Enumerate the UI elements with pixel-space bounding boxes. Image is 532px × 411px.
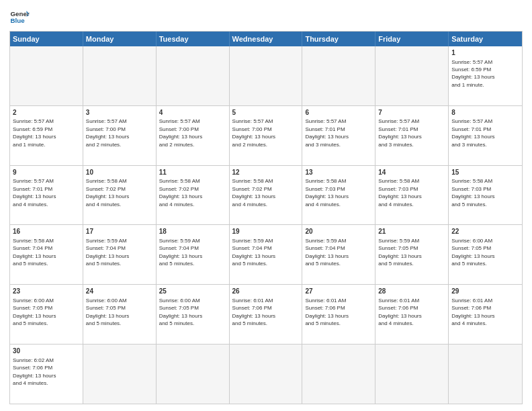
calendar-cell (375, 345, 449, 404)
day-number: 9 (13, 168, 80, 177)
calendar-cell (230, 46, 303, 105)
day-number: 2 (13, 108, 80, 118)
calendar-row: 1Sunrise: 5:57 AM Sunset: 6:59 PM Daylig… (10, 46, 522, 105)
sun-info: Sunrise: 5:59 AM Sunset: 7:04 PM Dayligh… (159, 238, 202, 267)
calendar-cell: 29Sunrise: 6:01 AM Sunset: 7:06 PM Dayli… (449, 285, 522, 344)
sun-info: Sunrise: 5:57 AM Sunset: 7:00 PM Dayligh… (232, 118, 275, 147)
calendar-cell: 10Sunrise: 5:58 AM Sunset: 7:02 PM Dayli… (83, 166, 157, 225)
sun-info: Sunrise: 6:00 AM Sunset: 7:05 PM Dayligh… (159, 298, 202, 326)
sun-info: Sunrise: 6:01 AM Sunset: 7:06 PM Dayligh… (378, 298, 421, 326)
sun-info: Sunrise: 6:01 AM Sunset: 7:06 PM Dayligh… (232, 298, 275, 326)
calendar-cell: 5Sunrise: 5:57 AM Sunset: 7:00 PM Daylig… (230, 106, 303, 165)
calendar-cell: 12Sunrise: 5:58 AM Sunset: 7:02 PM Dayli… (230, 166, 303, 225)
sun-info: Sunrise: 6:02 AM Sunset: 7:06 PM Dayligh… (13, 357, 56, 386)
calendar-cell: 23Sunrise: 6:00 AM Sunset: 7:05 PM Dayli… (10, 285, 83, 344)
logo: General Blue (9, 7, 32, 27)
sun-info: Sunrise: 5:59 AM Sunset: 7:04 PM Dayligh… (305, 238, 348, 267)
sun-info: Sunrise: 5:59 AM Sunset: 7:04 PM Dayligh… (86, 238, 129, 267)
sun-info: Sunrise: 5:57 AM Sunset: 7:01 PM Dayligh… (378, 118, 421, 147)
day-number: 11 (159, 168, 226, 177)
calendar-cell: 25Sunrise: 6:00 AM Sunset: 7:05 PM Dayli… (157, 285, 230, 344)
day-number: 5 (232, 108, 300, 118)
header: General Blue (9, 7, 523, 27)
calendar-cell: 6Sunrise: 5:57 AM Sunset: 7:01 PM Daylig… (302, 106, 375, 165)
calendar-cell (302, 345, 375, 404)
calendar-cell: 17Sunrise: 5:59 AM Sunset: 7:04 PM Dayli… (83, 225, 157, 284)
calendar-cell (83, 345, 157, 404)
calendar-cell: 28Sunrise: 6:01 AM Sunset: 7:06 PM Dayli… (375, 285, 449, 344)
day-number: 21 (378, 227, 445, 236)
calendar-cell (375, 46, 449, 105)
day-header-friday: Friday (375, 32, 449, 46)
sun-info: Sunrise: 6:00 AM Sunset: 7:05 PM Dayligh… (451, 238, 494, 267)
day-number: 14 (378, 168, 445, 177)
sun-info: Sunrise: 5:58 AM Sunset: 7:02 PM Dayligh… (232, 178, 275, 207)
calendar-cell (230, 345, 303, 404)
calendar-cell (10, 46, 83, 105)
day-number: 20 (305, 227, 372, 236)
logo-icon: General Blue (9, 7, 30, 27)
page: General Blue SundayMondayTuesdayWednesda… (0, 0, 532, 411)
day-number: 16 (13, 227, 80, 236)
day-header-sunday: Sunday (10, 32, 83, 46)
calendar-cell: 19Sunrise: 5:59 AM Sunset: 7:04 PM Dayli… (230, 225, 303, 284)
calendar: SundayMondayTuesdayWednesdayThursdayFrid… (9, 31, 523, 404)
sun-info: Sunrise: 6:00 AM Sunset: 7:05 PM Dayligh… (86, 298, 129, 326)
day-number: 8 (451, 108, 519, 118)
calendar-cell: 20Sunrise: 5:59 AM Sunset: 7:04 PM Dayli… (302, 225, 375, 284)
day-number: 26 (232, 287, 300, 296)
calendar-body: 1Sunrise: 5:57 AM Sunset: 6:59 PM Daylig… (10, 46, 522, 404)
calendar-cell: 8Sunrise: 5:57 AM Sunset: 7:01 PM Daylig… (449, 106, 522, 165)
calendar-cell: 24Sunrise: 6:00 AM Sunset: 7:05 PM Dayli… (83, 285, 157, 344)
day-number: 29 (451, 287, 519, 296)
calendar-row: 23Sunrise: 6:00 AM Sunset: 7:05 PM Dayli… (10, 284, 522, 344)
calendar-cell (157, 46, 230, 105)
sun-info: Sunrise: 5:57 AM Sunset: 7:00 PM Dayligh… (86, 118, 129, 147)
sun-info: Sunrise: 5:57 AM Sunset: 6:59 PM Dayligh… (451, 59, 494, 88)
calendar-header: SundayMondayTuesdayWednesdayThursdayFrid… (10, 32, 522, 46)
calendar-cell (302, 46, 375, 105)
day-number: 19 (232, 227, 300, 236)
day-number: 13 (305, 168, 372, 177)
sun-info: Sunrise: 5:57 AM Sunset: 7:01 PM Dayligh… (13, 178, 56, 207)
sun-info: Sunrise: 5:58 AM Sunset: 7:03 PM Dayligh… (378, 178, 421, 207)
calendar-cell: 13Sunrise: 5:58 AM Sunset: 7:03 PM Dayli… (302, 166, 375, 225)
day-number: 23 (13, 287, 80, 296)
calendar-cell: 16Sunrise: 5:58 AM Sunset: 7:04 PM Dayli… (10, 225, 83, 284)
calendar-cell: 7Sunrise: 5:57 AM Sunset: 7:01 PM Daylig… (375, 106, 449, 165)
calendar-cell: 21Sunrise: 5:59 AM Sunset: 7:05 PM Dayli… (375, 225, 449, 284)
day-number: 18 (159, 227, 226, 236)
calendar-row: 30Sunrise: 6:02 AM Sunset: 7:06 PM Dayli… (10, 344, 522, 404)
day-number: 10 (86, 168, 153, 177)
calendar-row: 16Sunrise: 5:58 AM Sunset: 7:04 PM Dayli… (10, 224, 522, 284)
sun-info: Sunrise: 5:59 AM Sunset: 7:04 PM Dayligh… (232, 238, 275, 267)
svg-text:Blue: Blue (11, 17, 26, 24)
calendar-cell: 15Sunrise: 5:58 AM Sunset: 7:03 PM Dayli… (449, 166, 522, 225)
sun-info: Sunrise: 5:58 AM Sunset: 7:03 PM Dayligh… (451, 178, 494, 207)
day-number: 22 (451, 227, 519, 236)
calendar-cell: 26Sunrise: 6:01 AM Sunset: 7:06 PM Dayli… (230, 285, 303, 344)
sun-info: Sunrise: 5:57 AM Sunset: 7:00 PM Dayligh… (159, 118, 202, 147)
calendar-cell: 27Sunrise: 6:01 AM Sunset: 7:06 PM Dayli… (302, 285, 375, 344)
day-header-monday: Monday (83, 32, 157, 46)
day-number: 25 (159, 287, 226, 296)
day-number: 15 (451, 168, 519, 177)
sun-info: Sunrise: 5:57 AM Sunset: 7:01 PM Dayligh… (305, 118, 348, 147)
calendar-cell: 30Sunrise: 6:02 AM Sunset: 7:06 PM Dayli… (10, 345, 83, 404)
day-number: 12 (232, 168, 300, 177)
day-number: 27 (305, 287, 372, 296)
sun-info: Sunrise: 5:58 AM Sunset: 7:02 PM Dayligh… (159, 178, 202, 207)
day-number: 1 (451, 48, 519, 58)
day-header-tuesday: Tuesday (157, 32, 230, 46)
calendar-cell: 11Sunrise: 5:58 AM Sunset: 7:02 PM Dayli… (157, 166, 230, 225)
calendar-cell: 22Sunrise: 6:00 AM Sunset: 7:05 PM Dayli… (449, 225, 522, 284)
calendar-cell (83, 46, 157, 105)
sun-info: Sunrise: 5:58 AM Sunset: 7:03 PM Dayligh… (305, 178, 348, 207)
day-number: 4 (159, 108, 226, 118)
sun-info: Sunrise: 6:00 AM Sunset: 7:05 PM Dayligh… (13, 298, 56, 326)
calendar-cell: 14Sunrise: 5:58 AM Sunset: 7:03 PM Dayli… (375, 166, 449, 225)
day-header-wednesday: Wednesday (230, 32, 303, 46)
calendar-cell: 18Sunrise: 5:59 AM Sunset: 7:04 PM Dayli… (157, 225, 230, 284)
sun-info: Sunrise: 5:57 AM Sunset: 6:59 PM Dayligh… (13, 118, 56, 147)
calendar-cell: 4Sunrise: 5:57 AM Sunset: 7:00 PM Daylig… (157, 106, 230, 165)
